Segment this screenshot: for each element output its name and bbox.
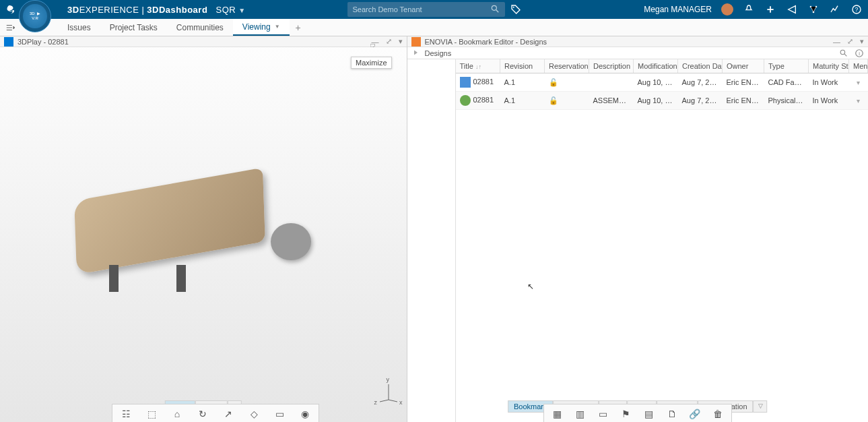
tab-communities[interactable]: Communities xyxy=(167,19,233,36)
table-row[interactable]: 02881 A.1 🔓 ASSEMBLY, V... Aug 10, 2020,… xyxy=(456,92,868,110)
panel-title: ENOVIA - Bookmark Editor - Designs xyxy=(425,38,547,46)
enovia-app-icon xyxy=(411,37,421,47)
top-app-bar: 3D ▶V.R 3DEXPERIENCE | 3DDashboard SQR▼ … xyxy=(0,0,868,19)
panel-title: 3DPlay - 02881 xyxy=(18,38,69,46)
tree-gutter xyxy=(407,59,456,422)
svg-line-1 xyxy=(496,10,498,13)
panel-header-enovia: ENOVIA - Bookmark Editor - Designs — ⤢ ▾ xyxy=(407,36,869,47)
col-maturity[interactable]: Maturity State xyxy=(809,59,849,73)
axis-gizmo-icon[interactable]: z xyxy=(378,383,399,403)
ds-logo-icon xyxy=(5,3,19,16)
compass-icon[interactable]: 3D ▶V.R xyxy=(19,0,51,32)
3dplay-app-icon xyxy=(4,37,13,47)
3d-viewport[interactable]: z View Tools ▽ ☷ ⬚ ⌂ ↻ ↗ ◇ ▭ ◉ xyxy=(0,47,407,422)
panel-menu-icon[interactable]: ▾ xyxy=(399,37,403,46)
col-type[interactable]: Type xyxy=(764,59,809,73)
panel-menu-icon[interactable]: ▾ xyxy=(860,37,864,46)
svg-text:?: ? xyxy=(855,6,859,13)
panel-header-3dplay: 3DPlay - 02881 — ⤢ ▾ xyxy=(0,36,407,47)
data-grid: Title ↓↑ Revision Reservation Descriptio… xyxy=(456,59,869,422)
cursor-icon: ↖ xyxy=(527,282,534,291)
breadcrumb-bar: Designs i xyxy=(407,47,869,59)
tag-icon[interactable] xyxy=(510,4,521,15)
attach-icon[interactable]: 🔗 xyxy=(688,407,702,421)
svg-text:i: i xyxy=(859,50,860,56)
add-tab-button[interactable]: + xyxy=(290,19,307,36)
search-icon[interactable] xyxy=(490,4,500,13)
svg-point-11 xyxy=(840,50,845,55)
physical-product-icon xyxy=(460,95,471,106)
3d-model[interactable] xyxy=(69,150,311,305)
table-icon[interactable]: ▤ xyxy=(642,407,656,421)
cad-family-icon xyxy=(460,77,471,88)
measure-icon[interactable]: ↗ xyxy=(222,407,235,421)
tenant-selector[interactable]: SQR▼ xyxy=(215,5,245,15)
col-description[interactable]: Description xyxy=(589,59,634,73)
viewport-toolbar: ☷ ⬚ ⌂ ↻ ↗ ◇ ▭ ◉ xyxy=(112,404,319,422)
help-icon[interactable]: ? xyxy=(850,3,863,16)
info-icon[interactable]: i xyxy=(855,49,864,58)
grid-header-row: Title ↓↑ Revision Reservation Descriptio… xyxy=(456,59,868,73)
notification-icon[interactable] xyxy=(743,3,755,16)
col-menu[interactable]: Menu xyxy=(849,59,868,73)
col-revision[interactable]: Revision xyxy=(500,59,545,73)
section-icon[interactable]: ▭ xyxy=(273,407,286,421)
fit-icon[interactable]: ⬚ xyxy=(145,407,158,421)
brand-title: 3DEXPERIENCE | 3DDashboard SQR▼ xyxy=(67,5,246,15)
network-icon[interactable] xyxy=(807,3,820,16)
layout1-icon[interactable]: ▦ xyxy=(551,407,564,421)
minimize-icon[interactable]: — xyxy=(833,38,840,46)
topbar-right: Megan MANAGER ? xyxy=(644,3,863,16)
dashboard-tabs: Issues Project Tasks Communities Viewing… xyxy=(0,19,868,36)
flag-icon[interactable]: ⚑ xyxy=(620,407,633,421)
col-owner[interactable]: Owner xyxy=(723,59,764,73)
maximize-icon[interactable]: ⤢ xyxy=(847,37,853,46)
tab-caret-icon[interactable]: ▼ xyxy=(275,24,280,30)
maximize-tooltip: Maximize xyxy=(351,57,391,69)
add-icon[interactable] xyxy=(764,3,776,16)
layout2-icon[interactable]: ▥ xyxy=(574,407,587,421)
breadcrumb-back-icon[interactable] xyxy=(411,49,421,58)
layout3-icon[interactable]: ▭ xyxy=(597,407,610,421)
svg-point-0 xyxy=(492,5,496,10)
refresh-icon[interactable]: ↻ xyxy=(196,407,209,421)
share-icon[interactable] xyxy=(786,3,798,16)
camera-icon[interactable]: ◉ xyxy=(298,407,312,421)
svg-line-10 xyxy=(380,400,389,402)
panels-container: 3DPlay - 02881 — ⤢ ▾ ☟ Maximize z View xyxy=(0,36,868,422)
find-icon[interactable] xyxy=(839,49,848,58)
svg-line-9 xyxy=(389,400,397,402)
menu-toggle-icon[interactable] xyxy=(3,19,18,36)
tree-icon[interactable]: ☷ xyxy=(119,407,133,421)
search-container xyxy=(347,2,521,17)
delete-icon[interactable]: 🗑 xyxy=(711,407,725,421)
cube-icon[interactable]: ◇ xyxy=(247,407,261,421)
user-name[interactable]: Megan MANAGER xyxy=(644,5,712,14)
grid-container: Title ↓↑ Revision Reservation Descriptio… xyxy=(407,59,869,422)
svg-line-12 xyxy=(844,54,846,56)
maximize-icon[interactable]: ⤢ xyxy=(386,37,392,46)
col-creation-date[interactable]: Creation Date xyxy=(678,59,723,73)
document-icon[interactable]: 🗋 xyxy=(665,407,679,421)
col-reservation[interactable]: Reservation xyxy=(545,59,589,73)
home-icon[interactable]: ⌂ xyxy=(170,407,184,421)
tab-viewing[interactable]: Viewing▼ xyxy=(233,19,290,36)
lock-open-icon: 🔓 xyxy=(549,78,558,86)
etab-caret-icon[interactable]: ▽ xyxy=(754,400,768,413)
lock-open-icon: 🔓 xyxy=(549,96,558,104)
tab-project-tasks[interactable]: Project Tasks xyxy=(100,19,167,36)
panel-3dplay: 3DPlay - 02881 — ⤢ ▾ ☟ Maximize z View xyxy=(0,36,407,422)
col-title[interactable]: Title ↓↑ xyxy=(456,59,500,73)
row-menu-icon[interactable]: ▾ xyxy=(849,73,868,92)
avatar[interactable] xyxy=(721,3,733,16)
tab-issues[interactable]: Issues xyxy=(58,19,100,36)
svg-point-2 xyxy=(512,7,514,8)
trend-icon[interactable] xyxy=(829,3,841,16)
col-mod-date[interactable]: Modification D... xyxy=(634,59,678,73)
search-input[interactable] xyxy=(347,2,505,17)
panel-enovia: ENOVIA - Bookmark Editor - Designs — ⤢ ▾… xyxy=(407,36,869,422)
table-row[interactable]: 02881 A.1 🔓 Aug 10, 2020, ... Aug 7, 202… xyxy=(456,73,868,92)
row-menu-icon[interactable]: ▾ xyxy=(849,92,868,110)
enovia-toolbar: ▦ ▥ ▭ ⚑ ▤ 🗋 🔗 🗑 xyxy=(543,404,732,422)
breadcrumb-text[interactable]: Designs xyxy=(425,49,452,57)
